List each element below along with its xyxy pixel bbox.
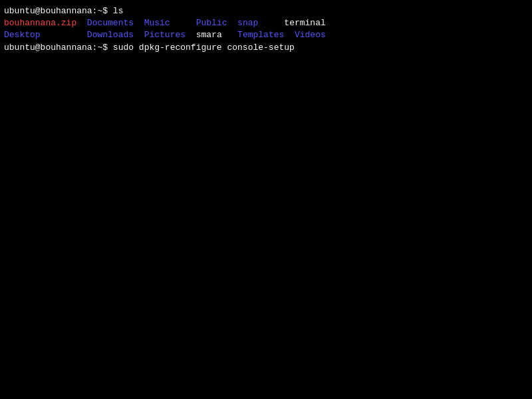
dir-pictures: Pictures bbox=[144, 29, 186, 41]
prompt-2: ubuntu@bouhannana:~$ sudo dpkg-reconfigu… bbox=[4, 42, 295, 54]
terminal-line-4: ubuntu@bouhannana:~$ sudo dpkg-reconfigu… bbox=[4, 42, 528, 54]
dir-smara: smara bbox=[196, 29, 222, 41]
file-bouhannana-zip: bouhannana.zip bbox=[4, 17, 76, 29]
terminal-line-2: bouhannana.zip Documents Music Public sn… bbox=[4, 17, 528, 29]
dir-downloads: Downloads bbox=[87, 29, 134, 41]
dir-public: Public bbox=[196, 17, 227, 29]
terminal-output: ubuntu@bouhannana:~$ ls bouhannana.zip D… bbox=[4, 5, 528, 54]
prompt-1: ubuntu@bouhannana:~$ ls bbox=[4, 5, 123, 17]
terminal-window[interactable]: ubuntu@bouhannana:~$ ls bouhannana.zip D… bbox=[0, 0, 532, 399]
terminal-line-1: ubuntu@bouhannana:~$ ls bbox=[4, 5, 528, 17]
terminal-line-3: Desktop Downloads Pictures smara Templat… bbox=[4, 29, 528, 41]
dir-terminal: terminal bbox=[284, 17, 325, 29]
dir-snap: snap bbox=[237, 17, 258, 29]
dir-documents: Documents bbox=[87, 17, 134, 29]
dir-templates: Templates bbox=[237, 29, 284, 41]
dir-videos: Videos bbox=[295, 29, 326, 41]
dir-desktop: Desktop bbox=[4, 29, 41, 41]
dir-music: Music bbox=[144, 17, 170, 29]
